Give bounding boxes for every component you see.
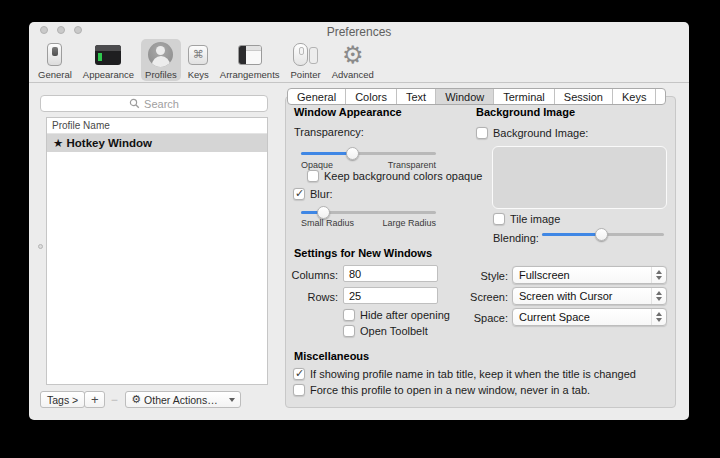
- stepper-chevrons-icon: [651, 309, 666, 325]
- gear-icon: ⚙: [342, 43, 364, 67]
- open-toolbelt-checkbox[interactable]: Open Toolbelt: [343, 325, 428, 338]
- toolbar-item-pointer[interactable]: Pointer: [287, 39, 325, 81]
- screen-popup[interactable]: Screen with Cursor: [512, 287, 667, 305]
- other-actions-popup[interactable]: ⚙ Other Actions…: [125, 391, 241, 408]
- background-image-checkbox[interactable]: Background Image:: [476, 127, 588, 140]
- title-bar: Preferences: [29, 22, 689, 38]
- profile-row-hotkey-window[interactable]: ★ Hotkey Window: [47, 134, 267, 152]
- tab-window[interactable]: Window: [436, 89, 494, 104]
- transparency-label: Transparency:: [294, 126, 364, 138]
- profile-name-column-header: Profile Name: [47, 118, 267, 134]
- toolbar-item-arrangements[interactable]: Arrangements: [216, 39, 284, 81]
- miscellaneous-heading: Miscellaneous: [294, 350, 369, 362]
- tab-terminal[interactable]: Terminal: [494, 89, 555, 104]
- rows-field[interactable]: 25: [343, 287, 438, 304]
- columns-field[interactable]: 80: [343, 265, 438, 282]
- tab-colors[interactable]: Colors: [346, 89, 397, 104]
- blending-slider-thumb[interactable]: [595, 228, 608, 241]
- force-new-window-checkbox[interactable]: Force this profile to open in a new wind…: [293, 384, 590, 397]
- search-placeholder: Search: [144, 98, 179, 110]
- search-icon: [129, 98, 140, 109]
- tab-keys[interactable]: Keys: [613, 89, 656, 104]
- transparency-slider-thumb[interactable]: [346, 147, 359, 160]
- tab-text[interactable]: Text: [397, 89, 436, 104]
- transparency-slider-labels: Opaque Transparent: [301, 160, 436, 170]
- tile-image-checkbox[interactable]: Tile image: [493, 213, 560, 226]
- arrangements-icon: [238, 45, 262, 65]
- toolbar-item-keys[interactable]: ⌘ Keys: [184, 39, 213, 81]
- profile-list-footer: Tags > + − ⚙ Other Actions…: [40, 391, 241, 408]
- command-key-icon: ⌘: [188, 45, 208, 65]
- gear-icon: ⚙: [131, 394, 141, 405]
- background-image-well[interactable]: [492, 146, 667, 209]
- keep-profile-name-checkbox[interactable]: If showing profile name in tab title, ke…: [293, 368, 636, 381]
- chevron-down-icon: [229, 398, 235, 402]
- blur-checkbox[interactable]: Blur:: [293, 188, 333, 201]
- profile-tab-bar: General Colors Text Window Terminal Sess…: [287, 88, 666, 105]
- style-popup[interactable]: Fullscreen: [512, 266, 667, 284]
- transparency-slider[interactable]: [301, 146, 436, 160]
- space-label: Space:: [456, 312, 508, 324]
- general-icon: [47, 43, 62, 66]
- remove-profile-button[interactable]: −: [105, 393, 123, 407]
- mouse-pointer-icon: [293, 43, 308, 66]
- add-profile-button[interactable]: +: [84, 391, 105, 408]
- appearance-icon: [95, 45, 121, 65]
- preferences-window: Preferences General Appearance Profiles …: [29, 22, 689, 420]
- keep-background-colors-opaque-checkbox[interactable]: Keep background colors opaque: [307, 170, 482, 183]
- new-windows-heading: Settings for New Windows: [294, 247, 432, 259]
- blur-radius-slider[interactable]: [301, 205, 436, 219]
- toolbar-item-profiles[interactable]: Profiles: [141, 39, 181, 81]
- pane-resize-handle[interactable]: [38, 244, 43, 249]
- columns-label: Columns:: [286, 269, 338, 281]
- tags-button[interactable]: Tags >: [40, 391, 85, 408]
- hide-after-opening-checkbox[interactable]: Hide after opening: [343, 309, 450, 322]
- background-image-heading: Background Image: [476, 106, 575, 118]
- toolbar-item-advanced[interactable]: ⚙ Advanced: [328, 39, 378, 81]
- blending-slider[interactable]: [542, 227, 664, 241]
- window-appearance-heading: Window Appearance: [294, 106, 402, 118]
- screen-label: Screen:: [456, 291, 508, 303]
- blending-label: Blending:: [493, 232, 539, 244]
- profile-search-input[interactable]: Search: [40, 95, 268, 112]
- tab-advanced[interactable]: Advanced: [656, 89, 666, 104]
- window-tab-panel: Window Appearance Transparency: Opaque T…: [285, 96, 676, 408]
- stepper-chevrons-icon: [651, 288, 666, 304]
- rows-label: Rows:: [286, 291, 338, 303]
- tab-general[interactable]: General: [288, 89, 346, 104]
- style-label: Style:: [456, 270, 508, 282]
- profile-list: Profile Name ★ Hotkey Window: [46, 117, 268, 385]
- toolbar-item-general[interactable]: General: [34, 39, 76, 81]
- preferences-toolbar: General Appearance Profiles ⌘ Keys Arran…: [29, 37, 689, 83]
- tab-session[interactable]: Session: [555, 89, 613, 104]
- space-popup[interactable]: Current Space: [512, 308, 667, 326]
- blur-radius-slider-labels: Small Radius Large Radius: [301, 218, 436, 228]
- stepper-chevrons-icon: [651, 267, 666, 283]
- profiles-icon: [148, 42, 173, 67]
- toolbar-item-appearance[interactable]: Appearance: [79, 39, 138, 81]
